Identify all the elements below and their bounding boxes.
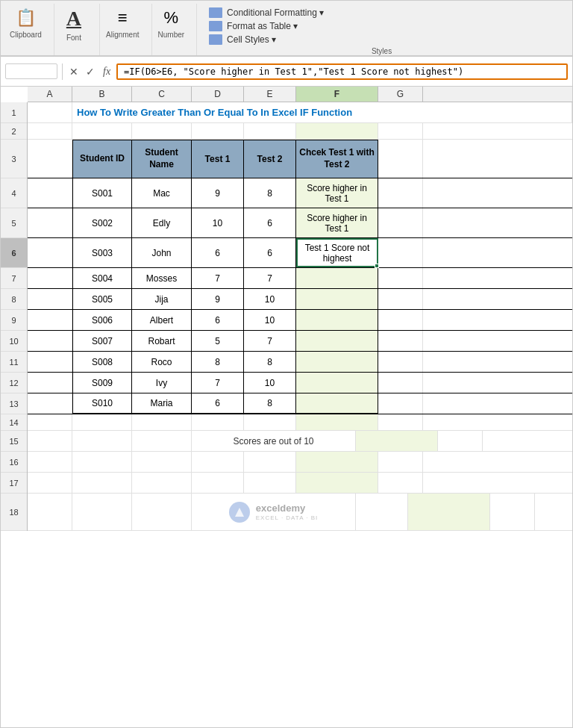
cell-e4[interactable]: 8 — [244, 178, 296, 208]
cell-g6[interactable] — [378, 238, 423, 267]
cell-b6[interactable]: S003 — [72, 238, 132, 267]
cell-a9[interactable] — [28, 310, 72, 330]
cell-d10[interactable]: 5 — [192, 331, 244, 351]
cell-a7[interactable] — [28, 268, 72, 288]
cell-styles-button[interactable]: Cell Styles ▾ — [206, 34, 557, 46]
cell-g13[interactable] — [378, 393, 423, 414]
font-button[interactable]: A — [60, 7, 87, 31]
cell-a1[interactable] — [28, 102, 72, 122]
cell-d7[interactable]: 7 — [192, 268, 244, 288]
cell-f5[interactable]: Score higher in Test 1 — [296, 208, 378, 237]
cell-a5[interactable] — [28, 208, 72, 237]
cell-f11[interactable] — [296, 352, 378, 372]
cell-f9[interactable] — [296, 310, 378, 330]
conditional-formatting-button[interactable]: Conditional Formatting ▾ — [206, 7, 557, 19]
cell-c14[interactable] — [132, 414, 192, 430]
number-button[interactable]: % — [158, 7, 185, 29]
clipboard-button[interactable]: 📋 — [11, 7, 40, 29]
cancel-icon[interactable]: ✕ — [67, 66, 81, 78]
cell-d6[interactable]: 6 — [192, 238, 244, 267]
format-as-table-button[interactable]: Format as Table ▾ — [206, 20, 557, 32]
cell-b2[interactable] — [72, 123, 132, 139]
cell-g12[interactable] — [378, 373, 423, 393]
col-header-f[interactable]: F — [296, 87, 378, 102]
cell-f8[interactable] — [296, 289, 378, 309]
cell-f13[interactable] — [296, 393, 378, 414]
cell-g10[interactable] — [378, 331, 423, 351]
cell-a4[interactable] — [28, 178, 72, 208]
cell-c11[interactable]: Roco — [132, 352, 192, 372]
cell-b12[interactable]: S009 — [72, 373, 132, 393]
cell-e8[interactable]: 10 — [244, 289, 296, 309]
cell-b7[interactable]: S004 — [72, 268, 132, 288]
cell-b8[interactable]: S005 — [72, 289, 132, 309]
cell-c5[interactable]: Edly — [132, 208, 192, 237]
cell-b15[interactable] — [72, 431, 132, 451]
cell-e6[interactable]: 6 — [244, 238, 296, 267]
cell-b9[interactable]: S006 — [72, 310, 132, 330]
confirm-icon[interactable]: ✓ — [84, 66, 97, 78]
cell-g2[interactable] — [378, 123, 423, 139]
cell-d14[interactable] — [192, 414, 244, 430]
cell-e12[interactable]: 10 — [244, 373, 296, 393]
cell-c2[interactable] — [132, 123, 192, 139]
cell-g8[interactable] — [378, 289, 423, 309]
row-header-6[interactable]: 6 — [1, 238, 27, 268]
cell-e7[interactable]: 7 — [244, 268, 296, 288]
cell-g5[interactable] — [378, 208, 423, 237]
cell-d5[interactable]: 10 — [192, 208, 244, 237]
cell-e13[interactable]: 8 — [244, 393, 296, 414]
cell-c9[interactable]: Albert — [132, 310, 192, 330]
cell-g3[interactable] — [378, 140, 423, 178]
cell-a13[interactable] — [28, 393, 72, 414]
cell-e14[interactable] — [244, 414, 296, 430]
cell-g4[interactable] — [378, 178, 423, 208]
cell-e10[interactable]: 7 — [244, 331, 296, 351]
cell-a15[interactable] — [28, 431, 72, 451]
cell-e11[interactable]: 8 — [244, 352, 296, 372]
cell-c6[interactable]: John — [132, 238, 192, 267]
cell-b5[interactable]: S002 — [72, 208, 132, 237]
cell-a10[interactable] — [28, 331, 72, 351]
cell-a11[interactable] — [28, 352, 72, 372]
cell-b13[interactable]: S010 — [72, 393, 132, 414]
alignment-button[interactable]: ≡ — [112, 7, 134, 29]
cell-c7[interactable]: Mosses — [132, 268, 192, 288]
cell-c10[interactable]: Robart — [132, 331, 192, 351]
cell-a3[interactable] — [28, 140, 72, 178]
cell-f15[interactable] — [356, 431, 438, 451]
cell-c13[interactable]: Maria — [132, 393, 192, 414]
cell-g7[interactable] — [378, 268, 423, 288]
cell-g15[interactable] — [438, 431, 483, 451]
cell-f2[interactable] — [296, 123, 378, 139]
cell-a14[interactable] — [28, 414, 72, 430]
cell-a12[interactable] — [28, 373, 72, 393]
cell-a8[interactable] — [28, 289, 72, 309]
cell-f4[interactable]: Score higher in Test 1 — [296, 178, 378, 208]
cell-b10[interactable]: S007 — [72, 331, 132, 351]
cell-f14[interactable] — [296, 414, 378, 430]
cell-f6-active[interactable]: Test 1 Score not highest — [296, 238, 378, 267]
cell-c12[interactable]: Ivy — [132, 373, 192, 393]
cell-d8[interactable]: 9 — [192, 289, 244, 309]
cell-g9[interactable] — [378, 310, 423, 330]
cell-d4[interactable]: 9 — [192, 178, 244, 208]
cell-g11[interactable] — [378, 352, 423, 372]
cell-f10[interactable] — [296, 331, 378, 351]
cell-f7[interactable] — [296, 268, 378, 288]
cell-d12[interactable]: 7 — [192, 373, 244, 393]
cell-e9[interactable]: 10 — [244, 310, 296, 330]
cell-d11[interactable]: 8 — [192, 352, 244, 372]
cell-b4[interactable]: S001 — [72, 178, 132, 208]
cell-c4[interactable]: Mac — [132, 178, 192, 208]
cell-a2[interactable] — [28, 123, 72, 139]
cell-c15[interactable] — [132, 431, 192, 451]
cell-a6[interactable] — [28, 238, 72, 267]
cell-ref-input[interactable]: F6 — [5, 63, 57, 79]
cell-e2[interactable] — [244, 123, 296, 139]
cell-b14[interactable] — [72, 414, 132, 430]
cell-d9[interactable]: 6 — [192, 310, 244, 330]
cell-c8[interactable]: Jija — [132, 289, 192, 309]
cell-b11[interactable]: S008 — [72, 352, 132, 372]
cell-f12[interactable] — [296, 373, 378, 393]
